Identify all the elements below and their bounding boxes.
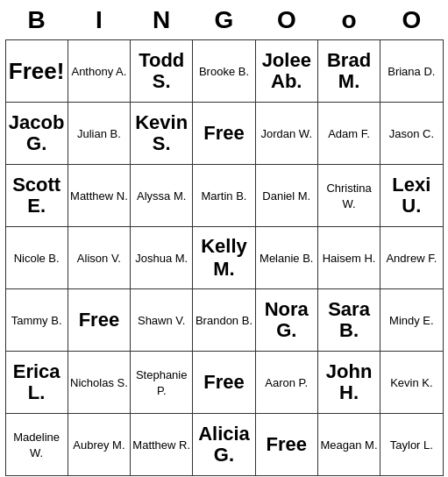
- cell-text: Andrew F.: [386, 252, 437, 265]
- cell-r4-c3: Brandon B.: [193, 289, 255, 352]
- cell-r3-c0: Nicole B.: [5, 227, 68, 289]
- cell-text: Martin B.: [201, 189, 246, 203]
- table-row: Jacob G.Julian B.Kevin S.FreeJordan W.Ad…: [5, 103, 443, 165]
- cell-text: Shawn V.: [138, 314, 185, 327]
- cell-text: Kelly M.: [201, 235, 247, 280]
- cell-r1-c0: Jacob G.: [5, 103, 68, 165]
- cell-text: Nicholas S.: [70, 376, 128, 389]
- cell-text: Matthew R.: [132, 438, 190, 452]
- cell-text: Sara B.: [328, 298, 370, 341]
- cell-r6-c4: Free: [255, 414, 317, 476]
- table-row: Nicole B.Alison V.Joshua M.Kelly M.Melan…: [5, 227, 443, 289]
- table-row: Scott E.Matthew N.Alyssa M.Martin B.Dani…: [5, 165, 443, 227]
- cell-text: Kevin K.: [390, 376, 432, 389]
- cell-r0-c1: Anthony A.: [68, 40, 130, 103]
- cell-r6-c6: Taylor L.: [380, 414, 443, 476]
- cell-text: Kevin S.: [135, 111, 188, 154]
- cell-text: Meagan M.: [321, 438, 378, 452]
- cell-text: Daniel M.: [262, 189, 310, 203]
- cell-text: Adam F.: [328, 127, 370, 140]
- cell-r5-c5: John H.: [317, 352, 380, 414]
- cell-r1-c6: Jason C.: [380, 103, 443, 165]
- cell-r4-c2: Shawn V.: [131, 289, 193, 352]
- cell-text: Christina W.: [326, 182, 371, 210]
- column-header-0: B: [5, 1, 68, 40]
- table-row: Erica L.Nicholas S.Stephanie P.FreeAaron…: [5, 352, 443, 414]
- cell-r0-c6: Briana D.: [380, 40, 443, 103]
- cell-text: Matthew N.: [70, 189, 128, 203]
- cell-text: Scott E.: [12, 174, 60, 217]
- bingo-card: BINGOoO Free!Anthony A.Todd S.Brooke B.J…: [5, 1, 444, 477]
- cell-text: Joshua M.: [135, 252, 188, 265]
- cell-text: Alicia G.: [198, 423, 250, 466]
- cell-r4-c0: Tammy B.: [5, 289, 68, 352]
- cell-text: Alison V.: [77, 252, 121, 265]
- cell-text: Julian B.: [77, 127, 121, 140]
- cell-r4-c5: Sara B.: [317, 289, 380, 352]
- column-header-3: G: [193, 1, 255, 40]
- cell-r3-c2: Joshua M.: [131, 227, 193, 289]
- cell-text: Stephanie P.: [136, 368, 188, 397]
- cell-r5-c2: Stephanie P.: [131, 352, 193, 414]
- cell-r2-c1: Matthew N.: [68, 165, 130, 227]
- cell-r2-c4: Daniel M.: [255, 165, 317, 227]
- cell-text: Erica L.: [13, 360, 60, 403]
- cell-r1-c4: Jordan W.: [255, 103, 317, 165]
- cell-text: Nora G.: [265, 298, 309, 341]
- cell-r4-c1: Free: [68, 289, 130, 352]
- cell-text: Free: [267, 433, 307, 455]
- cell-r0-c5: Brad M.: [317, 40, 380, 103]
- table-row: Free!Anthony A.Todd S.Brooke B.Jolee Ab.…: [5, 40, 443, 103]
- cell-r5-c3: Free: [193, 352, 255, 414]
- cell-text: Mindy E.: [389, 314, 434, 327]
- cell-r2-c3: Martin B.: [193, 165, 255, 227]
- column-header-6: O: [380, 1, 443, 40]
- cell-text: Melanie B.: [260, 252, 313, 265]
- cell-text: Haisem H.: [323, 252, 376, 265]
- cell-r6-c0: Madeline W.: [5, 414, 68, 476]
- cell-text: Brandon B.: [196, 314, 252, 327]
- cell-text: Free: [79, 309, 119, 331]
- cell-r3-c3: Kelly M.: [193, 227, 255, 289]
- cell-r2-c0: Scott E.: [5, 165, 68, 227]
- cell-text: Madeline W.: [13, 431, 60, 459]
- cell-r0-c3: Brooke B.: [193, 40, 255, 103]
- cell-r6-c3: Alicia G.: [193, 414, 255, 476]
- cell-text: Jordan W.: [261, 127, 313, 140]
- cell-r2-c5: Christina W.: [317, 165, 380, 227]
- cell-r0-c0: Free!: [5, 40, 68, 103]
- cell-r6-c2: Matthew R.: [131, 414, 193, 476]
- cell-text: Free: [203, 371, 244, 393]
- cell-r0-c4: Jolee Ab.: [255, 40, 317, 103]
- column-header-2: N: [131, 1, 193, 40]
- cell-r2-c6: Lexi U.: [380, 165, 443, 227]
- cell-text: Alyssa M.: [137, 189, 186, 203]
- table-row: Madeline W.Aubrey M.Matthew R.Alicia G.F…: [5, 414, 443, 476]
- cell-text: Brad M.: [327, 49, 371, 92]
- cell-r1-c3: Free: [193, 103, 255, 165]
- cell-text: Brooke B.: [199, 65, 249, 78]
- cell-text: John H.: [326, 360, 373, 403]
- column-header-4: O: [255, 1, 317, 40]
- cell-text: Jason C.: [389, 127, 434, 140]
- cell-r6-c1: Aubrey M.: [68, 414, 130, 476]
- cell-r3-c6: Andrew F.: [380, 227, 443, 289]
- cell-r4-c4: Nora G.: [255, 289, 317, 352]
- cell-text: Taylor L.: [390, 438, 433, 452]
- cell-r2-c2: Alyssa M.: [131, 165, 193, 227]
- cell-text: Lexi U.: [392, 174, 430, 217]
- cell-text: Jacob G.: [9, 111, 65, 154]
- cell-r5-c4: Aaron P.: [255, 352, 317, 414]
- cell-r5-c1: Nicholas S.: [68, 352, 130, 414]
- cell-text: Todd S.: [139, 49, 184, 92]
- column-header-1: I: [68, 1, 130, 40]
- cell-text: Nicole B.: [14, 252, 60, 265]
- cell-r3-c5: Haisem H.: [317, 227, 380, 289]
- cell-r1-c2: Kevin S.: [131, 103, 193, 165]
- cell-r1-c1: Julian B.: [68, 103, 130, 165]
- cell-r3-c4: Melanie B.: [255, 227, 317, 289]
- table-row: Tammy B.FreeShawn V.Brandon B.Nora G.Sar…: [5, 289, 443, 352]
- cell-text: Anthony A.: [71, 65, 126, 78]
- cell-r5-c6: Kevin K.: [380, 352, 443, 414]
- cell-text: Briana D.: [388, 65, 435, 78]
